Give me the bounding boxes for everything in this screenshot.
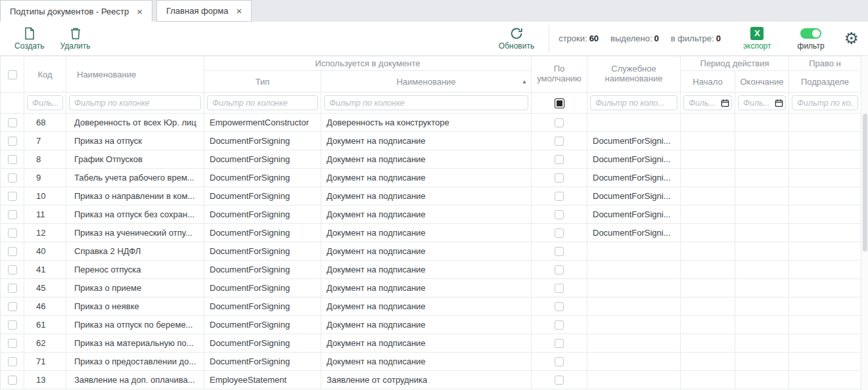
cell-name: Табель учета рабочего врем... bbox=[66, 169, 204, 187]
filter-input-service[interactable] bbox=[590, 95, 677, 110]
table-row[interactable]: 8 График Отпусков DocumentForSigning Док… bbox=[1, 150, 861, 169]
row-checkbox[interactable] bbox=[8, 228, 17, 238]
cell-code: 8 bbox=[24, 150, 66, 169]
cell-code: 9 bbox=[24, 169, 66, 187]
cell-name: Приказ на отпуск по береме... bbox=[66, 316, 204, 334]
filter-input-department[interactable] bbox=[792, 95, 858, 110]
group-header-right: Право н bbox=[789, 56, 861, 71]
default-checkbox[interactable] bbox=[555, 284, 564, 293]
calendar-icon[interactable] bbox=[775, 98, 783, 107]
default-checkbox[interactable] bbox=[555, 302, 564, 311]
filter-toggle[interactable] bbox=[800, 28, 821, 39]
cell-end bbox=[735, 297, 789, 316]
filter-input-doc-name[interactable] bbox=[324, 95, 528, 110]
table-row[interactable]: 62 Приказ на материальную по... Document… bbox=[1, 334, 861, 353]
col-header-service-name[interactable]: Служебное наименование bbox=[587, 56, 681, 93]
tab-document-subtypes-registry[interactable]: Подтипы документов - Реестр × bbox=[0, 0, 152, 22]
table-row[interactable]: 46 Приказ о неявке DocumentForSigning До… bbox=[1, 297, 861, 316]
cell-by-default bbox=[532, 242, 587, 261]
export-button[interactable]: X экспорт bbox=[735, 24, 779, 53]
row-checkbox[interactable] bbox=[8, 339, 17, 348]
table-row[interactable]: 68 Доверенность от всех Юр. лиц Empowerm… bbox=[1, 114, 861, 132]
col-header-by-default[interactable]: По умолчанию bbox=[532, 56, 587, 93]
table-row[interactable]: 12 Приказ на ученический отпу... Documen… bbox=[1, 224, 861, 242]
scrollbar-thumb[interactable] bbox=[863, 114, 867, 251]
default-checkbox[interactable] bbox=[555, 247, 564, 256]
table-row[interactable]: 9 Табель учета рабочего врем... Document… bbox=[1, 169, 861, 187]
row-checkbox[interactable] bbox=[8, 302, 17, 311]
cell-service-name bbox=[587, 297, 681, 316]
close-icon[interactable]: × bbox=[137, 7, 143, 16]
table-row[interactable]: 41 Перенос отпуска DocumentForSigning До… bbox=[1, 261, 861, 279]
vertical-scrollbar[interactable] bbox=[861, 56, 868, 390]
default-checkbox[interactable] bbox=[555, 155, 564, 164]
cell-end bbox=[735, 150, 789, 169]
default-checkbox[interactable] bbox=[555, 173, 564, 183]
row-checkbox[interactable] bbox=[8, 357, 17, 366]
default-checkbox[interactable] bbox=[555, 376, 564, 385]
filter-input-code[interactable] bbox=[27, 95, 63, 110]
default-checkbox[interactable] bbox=[555, 339, 564, 348]
rows-count-label: строки: bbox=[559, 33, 587, 43]
settings-gear-icon[interactable]: ⚙ bbox=[844, 30, 859, 47]
table-row[interactable]: 61 Приказ на отпуск по береме... Documen… bbox=[1, 316, 861, 334]
col-header-start[interactable]: Начало bbox=[681, 71, 735, 93]
row-checkbox[interactable] bbox=[8, 192, 17, 201]
cell-end bbox=[735, 334, 789, 353]
col-header-department[interactable]: Подразделе bbox=[789, 71, 861, 93]
table-row[interactable]: 11 Приказ на отпуск без сохран... Docume… bbox=[1, 206, 861, 224]
filter-default-checkbox[interactable] bbox=[555, 98, 564, 108]
row-checkbox[interactable] bbox=[8, 247, 17, 256]
cell-doc-name: Документ на подписание bbox=[321, 316, 532, 334]
default-checkbox[interactable] bbox=[555, 320, 564, 330]
tab-main-form[interactable]: Главная форма × bbox=[156, 0, 252, 22]
default-checkbox[interactable] bbox=[555, 137, 564, 146]
table-row[interactable]: 40 Справка 2 НДФЛ DocumentForSigning Док… bbox=[1, 242, 861, 261]
calendar-icon[interactable] bbox=[721, 98, 729, 107]
filter-toggle-button[interactable]: фильтр bbox=[790, 24, 833, 53]
cell-doc-name: Документ на подписание bbox=[321, 242, 532, 261]
row-checkbox[interactable] bbox=[8, 118, 17, 127]
col-header-name[interactable]: Наименование bbox=[66, 56, 204, 93]
filter-input-type[interactable] bbox=[207, 95, 318, 110]
table-row[interactable]: 13 Заявление на доп. оплачива... Employe… bbox=[1, 371, 861, 389]
filtered-count: в фильтре:0 bbox=[671, 33, 721, 43]
default-checkbox[interactable] bbox=[555, 118, 564, 127]
delete-button[interactable]: Удалить bbox=[53, 24, 99, 53]
default-checkbox[interactable] bbox=[555, 228, 564, 238]
default-checkbox[interactable] bbox=[555, 357, 564, 366]
col-header-doc-name[interactable]: Наименование ▲ bbox=[321, 71, 532, 93]
cell-end bbox=[735, 261, 789, 279]
select-all-checkbox[interactable] bbox=[8, 70, 17, 79]
cell-type: DocumentForSigning bbox=[204, 242, 321, 261]
row-checkbox[interactable] bbox=[8, 137, 17, 146]
row-checkbox[interactable] bbox=[8, 376, 17, 385]
table-row[interactable]: 45 Приказ о приеме DocumentForSigning До… bbox=[1, 279, 861, 297]
cell-type: DocumentForSigning bbox=[204, 279, 321, 297]
row-checkbox[interactable] bbox=[8, 320, 17, 330]
close-icon[interactable]: × bbox=[236, 6, 242, 16]
col-header-code[interactable]: Код bbox=[24, 56, 66, 93]
table-row[interactable]: 7 Приказ на отпуск DocumentForSigning До… bbox=[1, 132, 861, 150]
default-checkbox[interactable] bbox=[555, 192, 564, 201]
cell-name: Заявление на доп. оплачива... bbox=[66, 371, 204, 389]
default-checkbox[interactable] bbox=[555, 210, 564, 219]
default-checkbox[interactable] bbox=[555, 265, 564, 274]
row-checkbox[interactable] bbox=[8, 173, 17, 183]
col-header-end[interactable]: Окончание bbox=[735, 71, 789, 93]
group-header-used-in-document: Используется в документе bbox=[204, 56, 532, 71]
refresh-button[interactable]: Обновить bbox=[491, 24, 542, 53]
cell-name: Приказ на отпуск без сохран... bbox=[66, 206, 204, 224]
cell-name: Справка 2 НДФЛ bbox=[66, 242, 204, 261]
row-checkbox[interactable] bbox=[8, 284, 17, 293]
row-checkbox[interactable] bbox=[8, 210, 17, 219]
col-header-type[interactable]: Тип bbox=[204, 71, 321, 93]
create-button[interactable]: Создать bbox=[7, 24, 53, 53]
delete-button-label: Удалить bbox=[60, 41, 91, 51]
table-row[interactable]: 71 Приказ о предоставлении до... Documen… bbox=[1, 353, 861, 371]
row-checkbox[interactable] bbox=[8, 265, 17, 274]
row-checkbox[interactable] bbox=[8, 155, 17, 164]
table-row[interactable]: 10 Приказ о направлении в ком... Documen… bbox=[1, 187, 861, 206]
filter-input-name[interactable] bbox=[69, 95, 201, 110]
cell-by-default bbox=[532, 316, 587, 334]
